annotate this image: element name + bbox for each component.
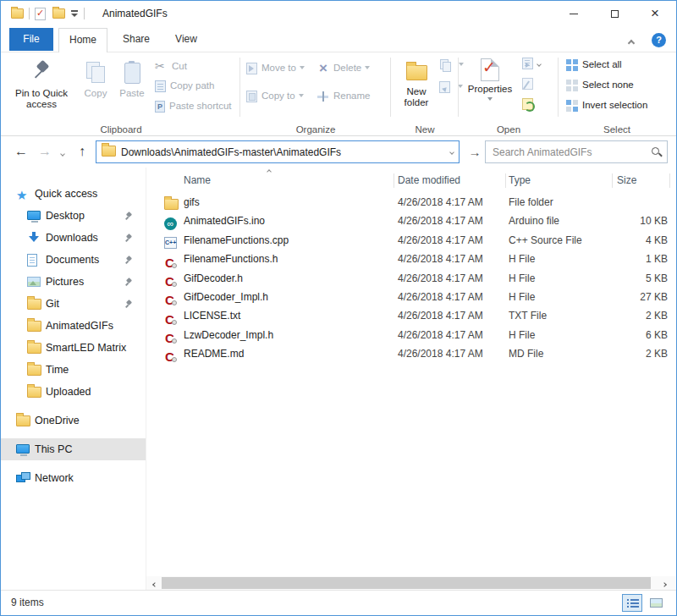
qat-customize-dropdown-icon[interactable] bbox=[70, 9, 79, 18]
invert-selection-button[interactable]: Invert selection bbox=[566, 100, 647, 112]
move-to-button[interactable]: Move to bbox=[246, 63, 305, 74]
file-row[interactable]: FilenameFunctions.cpp 4/26/2018 4:17 AM … bbox=[146, 231, 676, 250]
pin-icon bbox=[124, 299, 135, 309]
file-row[interactable]: AnimatedGIFs.ino 4/26/2018 4:17 AM Ardui… bbox=[146, 212, 676, 230]
column-divider[interactable] bbox=[612, 173, 613, 188]
cut-button[interactable]: Cut bbox=[155, 60, 187, 73]
file-type-icon bbox=[164, 312, 177, 325]
tab-file[interactable]: File bbox=[9, 28, 53, 51]
tab-view[interactable]: View bbox=[165, 28, 207, 52]
search-icon[interactable] bbox=[651, 146, 662, 157]
column-header-type[interactable]: Type bbox=[509, 168, 531, 193]
column-divider[interactable] bbox=[505, 173, 506, 188]
column-header-date-modified[interactable]: Date modified bbox=[398, 168, 460, 193]
file-row[interactable]: LzwDecoder_Impl.h 4/26/2018 4:17 AM H Fi… bbox=[146, 326, 676, 344]
file-name[interactable]: GifDecoder_Impl.h bbox=[184, 288, 391, 306]
file-row[interactable]: LICENSE.txt 4/26/2018 4:17 AM TXT File 2… bbox=[146, 306, 676, 325]
sidebar-item-icon bbox=[27, 254, 37, 267]
file-size: 4 KB bbox=[602, 231, 668, 250]
sidebar-item[interactable]: Documents bbox=[1, 249, 146, 271]
tab-share[interactable]: Share bbox=[113, 28, 160, 52]
sidebar-item[interactable]: Pictures bbox=[1, 271, 146, 293]
address-box[interactable]: Downloads\AnimatedGIFs-master\AnimatedGI… bbox=[96, 140, 460, 163]
close-button[interactable]: × bbox=[646, 4, 664, 23]
maximize-button[interactable] bbox=[605, 4, 624, 23]
address-path[interactable]: Downloads\AnimatedGIFs-master\AnimatedGI… bbox=[121, 146, 450, 158]
rename-button[interactable]: Rename bbox=[317, 91, 370, 102]
large-icons-view-button[interactable] bbox=[646, 594, 666, 612]
minimize-button[interactable] bbox=[564, 4, 583, 23]
new-folder-label: New folder bbox=[405, 86, 429, 107]
scrollbar-thumb[interactable] bbox=[162, 577, 651, 589]
open-button[interactable] bbox=[522, 58, 541, 69]
qat-new-folder-icon[interactable] bbox=[52, 8, 65, 19]
file-row[interactable]: gifs 4/26/2018 4:17 AM File folder bbox=[146, 193, 676, 212]
scroll-left-arrow[interactable] bbox=[148, 576, 162, 590]
copy-path-button[interactable]: Copy path bbox=[155, 80, 214, 92]
file-date-modified: 4/26/2018 4:17 AM bbox=[398, 288, 504, 306]
search-box[interactable] bbox=[485, 140, 668, 163]
column-divider[interactable] bbox=[669, 173, 670, 188]
sidebar-item[interactable]: Time bbox=[1, 359, 146, 381]
properties-button[interactable]: Properties bbox=[465, 56, 515, 106]
select-all-button[interactable]: Select all bbox=[566, 59, 622, 71]
file-row[interactable]: README.md 4/26/2018 4:17 AM MD File 2 KB bbox=[146, 344, 676, 363]
edit-button[interactable] bbox=[522, 78, 537, 90]
back-button[interactable]: ← bbox=[11, 141, 31, 162]
qat-properties-icon[interactable] bbox=[35, 8, 46, 20]
pin-to-quick-access-button[interactable]: Pin to Quick access bbox=[8, 56, 75, 110]
sidebar-item[interactable]: Network bbox=[1, 467, 146, 489]
sidebar-item[interactable]: Quick access bbox=[1, 183, 146, 205]
select-none-button[interactable]: Select none bbox=[566, 80, 634, 91]
file-row[interactable]: GifDecoder_Impl.h 4/26/2018 4:17 AM H Fi… bbox=[146, 288, 676, 306]
details-view-button[interactable] bbox=[622, 594, 642, 612]
collapse-ribbon-button[interactable] bbox=[629, 36, 642, 48]
sidebar-item[interactable]: SmartLED Matrix bbox=[1, 337, 146, 359]
up-button[interactable]: ↑ bbox=[72, 141, 92, 162]
sidebar-item[interactable]: This PC bbox=[1, 438, 146, 460]
history-button[interactable] bbox=[522, 98, 537, 110]
sidebar-item-label: SmartLED Matrix bbox=[46, 342, 126, 354]
file-row[interactable]: FilenameFunctions.h 4/26/2018 4:17 AM H … bbox=[146, 250, 676, 268]
file-name[interactable]: AnimatedGIFs.ino bbox=[184, 212, 391, 230]
file-name[interactable]: GifDecoder.h bbox=[184, 269, 391, 288]
copy-to-icon bbox=[246, 91, 257, 102]
sidebar-item[interactable]: Desktop bbox=[1, 205, 146, 227]
thumbnails-view-icon bbox=[650, 598, 663, 608]
column-header-size[interactable]: Size bbox=[617, 168, 636, 193]
new-folder-button[interactable]: New folder bbox=[394, 56, 439, 108]
file-name[interactable]: LzwDecoder_Impl.h bbox=[184, 326, 391, 344]
pin-icon bbox=[124, 255, 135, 265]
sidebar-item-label: Uploaded bbox=[46, 386, 91, 398]
address-dropdown-icon[interactable] bbox=[449, 150, 454, 155]
sidebar-item[interactable]: Git bbox=[1, 293, 146, 315]
sidebar-item[interactable]: Downloads bbox=[1, 227, 146, 249]
file-name[interactable]: FilenameFunctions.h bbox=[184, 250, 391, 268]
tab-home[interactable]: Home bbox=[58, 28, 107, 52]
go-to-address-button[interactable]: → bbox=[465, 140, 485, 163]
delete-button[interactable]: Delete bbox=[317, 63, 370, 74]
copy-button[interactable]: Copy bbox=[79, 56, 113, 99]
sidebar-item[interactable]: Uploaded bbox=[1, 381, 146, 403]
search-input[interactable] bbox=[491, 146, 651, 159]
column-header-name[interactable]: Name bbox=[184, 168, 211, 193]
file-name[interactable]: FilenameFunctions.cpp bbox=[184, 231, 391, 250]
forward-button[interactable]: → bbox=[35, 141, 55, 162]
recent-locations-dropdown[interactable] bbox=[57, 141, 69, 162]
horizontal-scrollbar[interactable] bbox=[146, 576, 676, 590]
file-name[interactable]: LICENSE.txt bbox=[184, 306, 391, 325]
copy-to-button[interactable]: Copy to bbox=[246, 91, 304, 102]
paste-shortcut-button[interactable]: Paste shortcut bbox=[155, 101, 232, 113]
sidebar-item[interactable]: OneDrive bbox=[1, 410, 146, 432]
file-name[interactable]: README.md bbox=[184, 344, 391, 363]
sidebar-item[interactable]: AnimatedGIFs bbox=[1, 315, 146, 337]
help-button[interactable]: ? bbox=[652, 33, 666, 47]
column-divider[interactable] bbox=[394, 173, 394, 188]
file-row[interactable]: GifDecoder.h 4/26/2018 4:17 AM H File 5 … bbox=[146, 269, 676, 288]
scroll-right-arrow[interactable] bbox=[658, 576, 671, 590]
group-separator bbox=[558, 58, 559, 117]
paste-button[interactable]: Paste bbox=[114, 56, 150, 99]
delete-x-icon bbox=[317, 63, 329, 74]
cut-label: Cut bbox=[172, 61, 187, 71]
file-name[interactable]: gifs bbox=[184, 193, 391, 212]
